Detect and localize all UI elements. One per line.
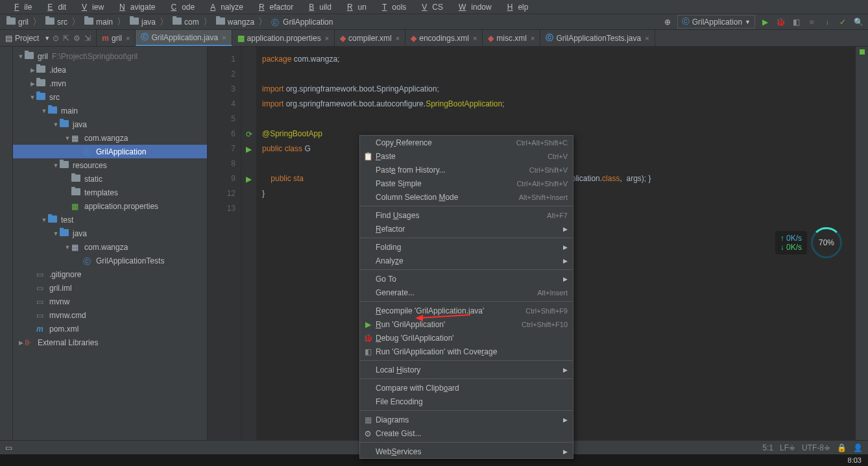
menu-item-paste-from-history[interactable]: Paste from History...Ctrl+Shift+V — [360, 163, 573, 177]
file-encoding[interactable]: UTF-8≑ — [802, 443, 830, 452]
menu-item-debug-grilapplication[interactable]: 🐞Debug 'GrilApplication' — [360, 331, 573, 345]
menu-item-local-history[interactable]: Local History▶ — [360, 363, 573, 376]
run-class-icon[interactable]: ⟳ — [246, 130, 252, 139]
run-configuration-selector[interactable]: ⓒ GrilApplication ▼ — [677, 15, 755, 29]
hector-icon[interactable]: 👤 — [853, 443, 863, 452]
menu-code[interactable]: Code — [160, 1, 200, 13]
tab-encodings-xml[interactable]: ◆encodings.xml× — [405, 30, 483, 46]
clock[interactable]: 8:03 — [848, 456, 868, 464]
menu-view[interactable]: View — [71, 1, 109, 13]
hide-icon[interactable]: ⇲ — [84, 34, 91, 43]
menu-item-create-gist[interactable]: ⊙Create Gist... — [360, 426, 573, 440]
collapse-all-icon[interactable]: ⇱ — [63, 34, 69, 43]
run-method-icon[interactable]: ▶ — [246, 175, 252, 184]
tree-item-mvnw[interactable]: ▭mvnw — [13, 295, 207, 308]
inspection-ok-icon[interactable] — [860, 49, 865, 55]
cursor-position[interactable]: 5:1 — [762, 443, 773, 452]
menu-item-column-selection-mode[interactable]: Column Selection ModeAlt+Shift+Insert — [360, 190, 573, 204]
tree-item-com-wangza[interactable]: ▼▦com.wangza — [13, 131, 207, 145]
lock-icon[interactable]: 🔒 — [837, 443, 847, 452]
close-icon[interactable]: × — [126, 34, 130, 42]
menu-run[interactable]: Run — [337, 1, 372, 13]
breadcrumb-grilapplication[interactable]: ⓒGrilApplication — [269, 18, 335, 27]
breadcrumb-main[interactable]: main — [82, 18, 115, 27]
tree-arrow[interactable]: ▶ — [29, 67, 36, 73]
menu-item-compare-with-clipboard[interactable]: Compare with Clipboard — [360, 381, 573, 395]
tree-item-resources[interactable]: ▼resources — [13, 158, 207, 172]
close-icon[interactable]: × — [645, 34, 649, 42]
tree-arrow[interactable]: ▼ — [40, 108, 48, 114]
coverage-button[interactable]: ◧ — [790, 16, 802, 28]
tree-item--gitignore[interactable]: ▭.gitignore — [13, 267, 207, 281]
tree-item-mvnw-cmd[interactable]: ▭mvnw.cmd — [13, 308, 207, 322]
tree-item-grilapplication[interactable]: ⓒGrilApplication — [13, 145, 207, 158]
tree-item-gril-iml[interactable]: ▭gril.iml — [13, 281, 207, 295]
vcs-update-button[interactable]: ↓ — [821, 16, 833, 28]
memory-indicator[interactable]: 70% — [811, 227, 842, 258]
menu-edit[interactable]: Edit — [37, 1, 71, 13]
menu-item-find-usages[interactable]: Find UsagesAlt+F7 — [360, 208, 573, 222]
tree-arrow[interactable]: ▼ — [52, 230, 60, 237]
tree-arrow[interactable]: ▼ — [52, 162, 60, 169]
menu-vcs[interactable]: VCS — [411, 1, 448, 13]
menu-item-analyze[interactable]: Analyze▶ — [360, 254, 573, 267]
tab-misc-xml[interactable]: ◆misc.xml× — [483, 30, 540, 46]
line-ending[interactable]: LF≑ — [780, 443, 795, 452]
tab-gril[interactable]: mgril× — [97, 30, 136, 46]
tab-application-properties[interactable]: ▦application.properties× — [232, 30, 335, 46]
gear-icon[interactable]: ⚙ — [73, 34, 80, 43]
scroll-from-source-icon[interactable]: ⊙ — [53, 34, 59, 43]
menu-item-run-grilapplication[interactable]: ▶Run 'GrilApplication'Ctrl+Shift+F10 — [360, 317, 573, 331]
close-icon[interactable]: × — [222, 34, 226, 42]
tree-item-gril[interactable]: ▼grilF:\Project\Springboot\gril — [13, 49, 207, 63]
tab-compiler-xml[interactable]: ◆compiler.xml× — [335, 30, 405, 46]
close-icon[interactable]: × — [531, 34, 535, 42]
run-button[interactable]: ▶ — [759, 16, 771, 28]
menu-file[interactable]: File — [4, 1, 37, 13]
breadcrumb-wangza[interactable]: wangza — [213, 18, 257, 27]
menu-item-run-grilapplication-with-coverage[interactable]: ◧Run 'GrilApplication' with Coverage — [360, 345, 573, 358]
menu-item-go-to[interactable]: Go To▶ — [360, 272, 573, 286]
tree-item--mvn[interactable]: ▶.mvn — [13, 77, 207, 90]
menu-help[interactable]: Help — [497, 1, 534, 13]
tree-arrow[interactable]: ▼ — [52, 121, 60, 128]
tree-item-pom-xml[interactable]: mpom.xml — [13, 322, 207, 336]
status-icon[interactable]: ▭ — [5, 443, 12, 452]
debug-button[interactable]: 🐞 — [775, 16, 786, 28]
tree-item-static[interactable]: static — [13, 172, 207, 186]
tree-item-grilapplicationtests[interactable]: ⓒGrilApplicationTests — [13, 254, 207, 267]
stop-button[interactable]: ■ — [806, 16, 817, 28]
menu-analyze[interactable]: Analyze — [200, 1, 248, 13]
tree-item-src[interactable]: ▼src — [13, 90, 207, 104]
compass-icon[interactable]: ⊕ — [662, 16, 673, 28]
tree-item-java[interactable]: ▼java — [13, 117, 207, 131]
close-icon[interactable]: × — [396, 34, 400, 42]
tree-item-com-wangza[interactable]: ▼▦com.wangza — [13, 240, 207, 254]
menu-item-folding[interactable]: Folding▶ — [360, 240, 573, 254]
close-icon[interactable]: × — [473, 34, 477, 42]
project-tool-label[interactable]: ▤ Project ▼ ⊙ ⇱ ⚙ ⇲ — [0, 30, 97, 46]
tree-item-test[interactable]: ▼test — [13, 213, 207, 227]
menu-item-file-encoding[interactable]: File Encoding — [360, 395, 573, 408]
menu-item-webservices[interactable]: WebServices▶ — [360, 445, 573, 458]
menu-item-refactor[interactable]: Refactor▶ — [360, 222, 573, 236]
tree-item-java[interactable]: ▼java — [13, 227, 207, 240]
tree-item--idea[interactable]: ▶.idea — [13, 63, 207, 77]
tree-item-application-properties[interactable]: ▦application.properties — [13, 199, 207, 213]
tree-arrow[interactable]: ▶ — [29, 80, 36, 87]
close-icon[interactable]: × — [325, 34, 329, 42]
tree-item-external libraries[interactable]: ▶⊪External Libraries — [13, 336, 207, 349]
breadcrumb-com[interactable]: com — [170, 18, 202, 27]
breadcrumb-java[interactable]: java — [127, 18, 158, 27]
tab-grilapplication-java[interactable]: ⓒGrilApplication.java× — [136, 30, 232, 46]
project-tree[interactable]: ▼grilF:\Project\Springboot\gril▶.idea▶.m… — [13, 47, 207, 460]
tree-arrow[interactable]: ▼ — [40, 217, 48, 223]
tree-arrow[interactable]: ▼ — [64, 135, 71, 141]
menu-item-copy-reference[interactable]: Copy ReferenceCtrl+Alt+Shift+C — [360, 136, 573, 149]
tree-arrow[interactable]: ▼ — [17, 53, 25, 60]
breadcrumb-gril[interactable]: gril — [4, 18, 31, 27]
menu-item-generate[interactable]: Generate...Alt+Insert — [360, 286, 573, 299]
search-button[interactable]: 🔍 — [852, 16, 864, 28]
menu-item-paste-simple[interactable]: Paste SimpleCtrl+Alt+Shift+V — [360, 177, 573, 190]
menu-tools[interactable]: Tools — [372, 1, 411, 13]
